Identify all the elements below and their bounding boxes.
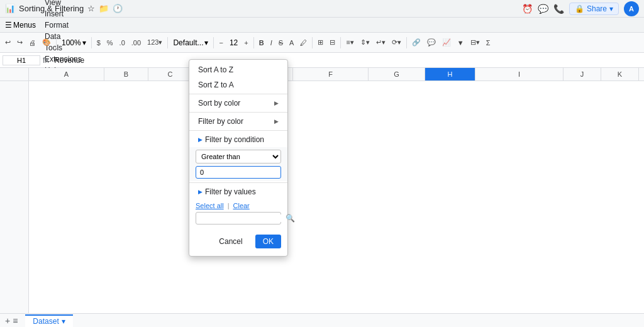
col-header-i[interactable]: I [475, 68, 564, 80]
inc-decimal-button[interactable]: .00 [129, 38, 143, 48]
currency-button[interactable]: $ [94, 38, 103, 48]
cell-reference-input[interactable]: H1 [3, 55, 40, 65]
col-header-l[interactable]: L [639, 68, 644, 80]
star-icon[interactable]: ☆ [87, 4, 95, 13]
condition-select[interactable]: Greater than Less than Equal to Not equa… [196, 150, 281, 164]
menu-item-view[interactable]: View [40, 0, 87, 8]
bold-button[interactable]: B [257, 38, 267, 48]
column-headers: A B C D E F G H I J K L M [0, 68, 644, 81]
sort-filter-panel: Sort A to Z Sort Z to A Sort by color ▶ … [189, 59, 288, 257]
values-search-row: 🔍 [196, 212, 281, 224]
zoom-chevron-icon: ▾ [82, 38, 86, 47]
history-icon[interactable]: 🕐 [113, 4, 123, 13]
sort-a-to-z-item[interactable]: Sort A to Z [189, 62, 287, 77]
borders-button[interactable]: ⊞ [315, 37, 326, 48]
col-header-j[interactable]: J [564, 68, 601, 80]
font-color-button[interactable]: A [287, 38, 296, 48]
col-header-b[interactable]: B [104, 68, 148, 80]
col-header-g[interactable]: G [369, 68, 425, 80]
valign-button[interactable]: ⇕▾ [358, 37, 372, 48]
chart-button[interactable]: 📈 [440, 37, 453, 48]
highlight-color-button[interactable]: 🖊 [297, 38, 309, 48]
print-button[interactable]: 🖨 [26, 38, 38, 48]
sort-section: Sort A to Z Sort Z to A Sort by color ▶ … [189, 60, 287, 256]
sheet-tab-label: Dataset [33, 317, 58, 326]
clear-link[interactable]: Clear [233, 202, 250, 209]
avatar[interactable]: A [624, 1, 639, 16]
sort-sep-2 [189, 112, 287, 113]
toolbar-sep-5 [253, 37, 254, 48]
menus-button[interactable]: ☰ Menus [3, 19, 38, 31]
folder-icon[interactable]: 📁 [99, 4, 109, 13]
menubar: ☰ Menus const menuData = JSON.parse(docu… [0, 18, 644, 33]
merge-button[interactable]: ⊟ [327, 37, 338, 48]
font-size-label: 12 [230, 38, 238, 47]
values-search-icon[interactable]: 🔍 [286, 214, 295, 223]
values-search-input[interactable] [199, 214, 286, 222]
col-header-a[interactable]: A [29, 68, 104, 80]
font-label: Default... [173, 38, 203, 47]
col-header-f[interactable]: F [293, 68, 369, 80]
formula-equals-icon: fx [43, 55, 49, 65]
rotate-button[interactable]: ⟳▾ [389, 37, 404, 48]
strikethrough-button[interactable]: S [276, 38, 286, 48]
call-icon[interactable]: 📞 [553, 4, 564, 14]
row-numbers [0, 81, 29, 313]
menu-item-format[interactable]: Format [40, 19, 87, 31]
share-label: Share [587, 4, 607, 13]
percent-button[interactable]: % [104, 38, 116, 48]
share-button[interactable]: 🔒 Share ▾ [569, 3, 619, 15]
menu-item-insert[interactable]: Insert [40, 8, 87, 19]
sort-by-color-item[interactable]: Sort by color ▶ [189, 96, 287, 111]
zoom-dropdown[interactable]: 100% ▾ [59, 37, 89, 48]
cancel-button[interactable]: Cancel [211, 235, 250, 248]
menus-label: Menus [13, 21, 36, 30]
col-header-h[interactable]: H [425, 68, 475, 80]
select-all-link[interactable]: Select all [196, 202, 224, 209]
dec-font-size-button[interactable]: − [216, 38, 225, 48]
history-btn[interactable]: ⏰ [522, 4, 533, 14]
grid-wrapper [0, 81, 644, 313]
sheet-container: A B C D E F G H I J K L M [0, 68, 644, 313]
comment-btn[interactable]: 💬 [425, 37, 438, 48]
toolbar-sep-7 [340, 37, 341, 48]
wrap-button[interactable]: ↵▾ [374, 37, 388, 48]
values-triangle-icon: ▶ [198, 189, 203, 195]
formula-text: Revenue [52, 56, 641, 65]
condition-input-field[interactable] [196, 166, 281, 179]
titlebar: 📊 Sorting & Filtering ☆ 📁 🕐 ⏰ 💬 📞 🔒 Shar… [0, 0, 644, 18]
filter-by-color-item[interactable]: Filter by color ▶ [189, 114, 287, 129]
condition-row: Greater than Less than Equal to Not equa… [189, 147, 287, 181]
link-button[interactable]: 🔗 [409, 37, 423, 48]
dec-decimal-button[interactable]: .0 [117, 38, 128, 48]
paint-format-button[interactable]: 🎨 [40, 37, 53, 48]
col-header-c[interactable]: C [148, 68, 192, 80]
sheets-list-icon[interactable]: ≡ [13, 316, 18, 326]
lock-icon: 🔒 [575, 4, 584, 13]
filter-by-values-toggle[interactable]: ▶ Filter by values [189, 184, 287, 199]
sheet-tab-dataset[interactable]: Dataset ▾ [25, 314, 72, 327]
redo-button[interactable]: ↪ [14, 37, 25, 48]
halign-button[interactable]: ≡▾ [343, 37, 356, 48]
undo-button[interactable]: ↩ [3, 37, 13, 48]
sort-z-to-a-item[interactable]: Sort Z to A [189, 77, 287, 92]
add-sheet-icon[interactable]: + [5, 316, 10, 326]
italic-button[interactable]: I [268, 38, 275, 48]
functions-button[interactable]: Σ [484, 38, 493, 48]
filter-by-condition-toggle[interactable]: ▶ Filter by condition [189, 132, 287, 147]
more-formats-button[interactable]: 123▾ [145, 37, 165, 48]
filter-button[interactable]: ▼ [455, 38, 467, 48]
inc-font-size-button[interactable]: + [242, 38, 250, 48]
toolbar-sep-8 [406, 37, 407, 48]
ok-button[interactable]: OK [255, 235, 281, 248]
values-section: Select all | Clear 🔍 [189, 199, 287, 230]
toolbar-sep-6 [312, 37, 313, 48]
filter-view-button[interactable]: ⊟▾ [468, 37, 482, 48]
corner-header [0, 68, 29, 80]
font-dropdown[interactable]: Default... ▾ [170, 37, 211, 48]
font-size-dropdown[interactable]: 12 [227, 37, 240, 48]
font-chevron-icon: ▾ [204, 38, 208, 47]
col-header-k[interactable]: K [601, 68, 639, 80]
comment-icon[interactable]: 💬 [538, 4, 548, 14]
toolbar-sep-1 [56, 37, 57, 48]
